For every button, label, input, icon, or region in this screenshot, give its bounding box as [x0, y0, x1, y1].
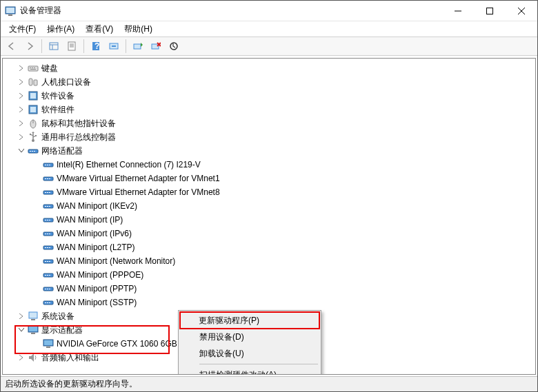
svg-rect-26	[34, 68, 35, 68]
hid-icon	[28, 76, 39, 87]
tree-node-software-components[interactable]: 软件组件	[3, 103, 535, 116]
chevron-right-icon[interactable]	[17, 353, 26, 362]
svg-point-38	[30, 134, 31, 135]
chevron-right-icon[interactable]	[17, 105, 26, 114]
menu-file[interactable]: 文件(F)	[3, 22, 41, 37]
svg-rect-49	[45, 178, 46, 179]
chevron-none	[32, 187, 41, 197]
svg-rect-50	[47, 178, 48, 179]
tree-node-usb[interactable]: 通用串行总线控制器	[3, 130, 535, 144]
svg-rect-17	[112, 45, 116, 47]
svg-rect-45	[45, 165, 46, 165]
close-button[interactable]	[506, 1, 537, 21]
chevron-none	[32, 201, 41, 211]
update-driver-button[interactable]	[130, 39, 146, 54]
tree-label: 人机接口设备	[41, 76, 95, 88]
tree-node-network-child[interactable]: WAN Miniport (PPTP)	[3, 282, 535, 296]
svg-rect-86	[47, 302, 48, 303]
forward-button[interactable]	[21, 39, 38, 54]
svg-rect-82	[47, 289, 48, 289]
tree-label: 软件设备	[41, 90, 79, 102]
svg-rect-41	[30, 151, 31, 152]
mouse-icon	[28, 118, 39, 129]
tree-node-network-child[interactable]: WAN Miniport (IKEv2)	[3, 199, 535, 213]
svg-rect-7	[50, 43, 58, 50]
svg-rect-87	[49, 302, 50, 303]
network-adapter-icon	[43, 159, 54, 170]
ctx-disable-device[interactable]: 禁用设备(D)	[180, 329, 319, 345]
show-hide-button[interactable]	[46, 39, 62, 54]
network-adapter-icon	[43, 228, 54, 239]
chevron-right-icon[interactable]	[17, 91, 26, 101]
display-icon	[28, 324, 39, 336]
tree-node-network-child[interactable]: WAN Miniport (PPPOE)	[3, 268, 535, 282]
svg-rect-33	[30, 107, 36, 112]
svg-rect-31	[30, 93, 36, 99]
network-icon	[28, 145, 39, 156]
chevron-right-icon[interactable]	[17, 77, 26, 87]
tree-node-network-child[interactable]: VMware Virtual Ethernet Adapter for VMne…	[3, 185, 535, 199]
svg-rect-51	[49, 178, 50, 179]
tree-node-network-child[interactable]: WAN Miniport (IPv6)	[3, 227, 535, 240]
disable-button[interactable]	[166, 39, 182, 54]
menubar: 文件(F) 操作(A) 查看(V) 帮助(H)	[1, 21, 537, 37]
tree-node-network-child[interactable]: VMware Virtual Ethernet Adapter for VMne…	[3, 172, 535, 185]
svg-rect-23	[28, 66, 38, 71]
chevron-right-icon[interactable]	[17, 63, 26, 73]
svg-rect-58	[47, 206, 48, 207]
minimize-button[interactable]	[442, 1, 474, 21]
svg-rect-77	[45, 275, 46, 276]
tree-label: WAN Miniport (L2TP)	[57, 243, 139, 252]
svg-rect-47	[49, 165, 50, 165]
tree-node-network-child[interactable]: WAN Miniport (IP)	[3, 213, 535, 227]
system-icon	[28, 311, 39, 322]
svg-rect-62	[47, 220, 48, 220]
menu-view[interactable]: 查看(V)	[80, 22, 119, 37]
chevron-right-icon[interactable]	[17, 311, 26, 321]
tree-node-network-child[interactable]: Intel(R) Ethernet Connection (7) I219-V	[3, 158, 535, 172]
menu-help[interactable]: 帮助(H)	[119, 22, 158, 37]
chevron-right-icon[interactable]	[17, 118, 26, 128]
properties-button[interactable]	[63, 39, 80, 54]
chevron-down-icon[interactable]	[17, 325, 26, 335]
window-title: 设备管理器	[20, 5, 442, 17]
tree-node-network-child[interactable]: WAN Miniport (Network Monitor)	[3, 254, 535, 268]
uninstall-button[interactable]	[148, 39, 164, 54]
help-button[interactable]: ?	[88, 39, 104, 54]
svg-rect-27	[30, 69, 36, 70]
tree-label: WAN Miniport (IPv6)	[57, 229, 136, 238]
svg-rect-95	[46, 347, 50, 348]
network-adapter-icon	[43, 242, 54, 253]
ctx-scan-hardware[interactable]: 扫描检测硬件改动(A)	[180, 367, 319, 375]
device-tree-panel[interactable]: 键盘 人机接口设备 软件设备 软件组件	[2, 58, 536, 375]
menu-action[interactable]: 操作(A)	[41, 22, 80, 37]
svg-rect-75	[49, 261, 50, 262]
tree-node-network-child[interactable]: WAN Miniport (SSTP)	[3, 296, 535, 309]
tree-node-mouse[interactable]: 鼠标和其他指针设备	[3, 116, 535, 130]
chevron-down-icon[interactable]	[17, 146, 26, 156]
status-text: 启动所选设备的更新驱动程序向导。	[5, 378, 137, 390]
svg-rect-4	[487, 8, 493, 14]
tree-node-network-child[interactable]: WAN Miniport (L2TP)	[3, 240, 535, 254]
svg-rect-85	[45, 302, 46, 303]
software-icon	[28, 104, 39, 115]
maximize-button[interactable]	[474, 1, 506, 21]
ctx-update-driver[interactable]: 更新驱动程序(P)	[179, 311, 320, 329]
svg-rect-1	[6, 8, 14, 13]
svg-rect-55	[49, 192, 50, 193]
ctx-uninstall-device[interactable]: 卸载设备(U)	[180, 345, 319, 362]
tree-node-hid[interactable]: 人机接口设备	[3, 75, 535, 89]
chevron-right-icon[interactable]	[17, 132, 26, 142]
device-manager-window: 设备管理器 文件(F) 操作(A) 查看(V) 帮助(H) ?	[0, 0, 538, 392]
scan-hardware-button[interactable]	[106, 39, 122, 54]
svg-rect-78	[47, 275, 48, 276]
titlebar: 设备管理器	[1, 1, 537, 21]
tree-label: WAN Miniport (Network Monitor)	[57, 256, 179, 266]
back-button[interactable]	[3, 39, 20, 54]
tree-node-keyboard[interactable]: 键盘	[3, 61, 535, 75]
svg-rect-92	[31, 333, 35, 334]
toolbar: ?	[1, 37, 537, 56]
tree-node-network[interactable]: 网络适配器	[3, 144, 535, 158]
tree-node-software-devices[interactable]: 软件设备	[3, 89, 535, 103]
svg-rect-70	[47, 247, 48, 248]
